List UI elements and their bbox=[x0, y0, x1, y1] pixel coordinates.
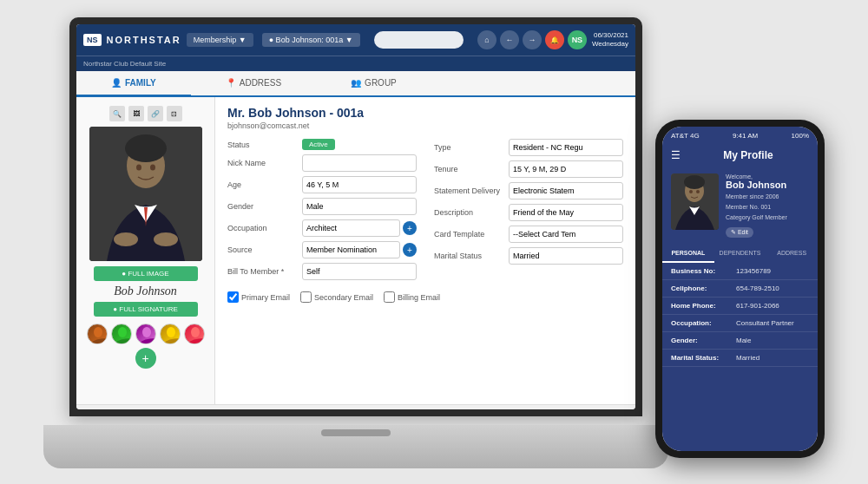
type-input[interactable] bbox=[509, 139, 623, 156]
scene: NS NORTHSTAR Membership ▼ ● Bob Johnson:… bbox=[0, 0, 868, 484]
statement-input[interactable] bbox=[509, 182, 623, 199]
phone-category: Category Golf Member bbox=[726, 213, 787, 222]
svg-point-10 bbox=[167, 327, 175, 337]
description-input[interactable] bbox=[509, 204, 623, 221]
svg-point-7 bbox=[94, 327, 102, 337]
form-left-col: Status Active Nick Name Age bbox=[227, 139, 417, 285]
add-source-button[interactable]: + bbox=[403, 243, 417, 257]
phone-field-cellphone: Cellphone: 654-789-2510 bbox=[662, 280, 818, 298]
card-template-label: Card Template bbox=[434, 230, 503, 239]
phone-tab-personal[interactable]: PERSONAL bbox=[662, 245, 714, 263]
phone-screen: AT&T 4G 9:41 AM 100% ☰ My Profile bbox=[662, 127, 818, 451]
tenure-input[interactable] bbox=[509, 160, 623, 178]
user-icon[interactable]: NS bbox=[568, 30, 587, 49]
footer-bar: Version 6.3 | Powered by: © Northstar Te… bbox=[76, 404, 635, 409]
avatar-2[interactable] bbox=[111, 324, 132, 344]
bill-to-label: Bill To Member * bbox=[227, 267, 297, 276]
primary-email-checkbox[interactable] bbox=[227, 291, 239, 303]
form-right-col: Type Tenure Statement Delivery bbox=[434, 139, 623, 285]
header-search[interactable] bbox=[374, 31, 464, 49]
avatar-3[interactable] bbox=[135, 324, 156, 344]
svg-point-5 bbox=[136, 165, 141, 171]
link-icon[interactable]: 🔗 bbox=[148, 106, 163, 121]
home-icon[interactable]: ⌂ bbox=[477, 30, 496, 49]
age-input[interactable] bbox=[302, 176, 417, 193]
member-email: bjohnson@comcast.net bbox=[227, 121, 623, 130]
avatar-4[interactable] bbox=[160, 324, 181, 344]
person-svg bbox=[89, 127, 202, 261]
tab-family[interactable]: 👤 FAMILY bbox=[76, 71, 191, 97]
phone-marital-label: Marital Status: bbox=[671, 354, 736, 362]
add-occupation-button[interactable]: + bbox=[403, 221, 417, 235]
svg-point-3 bbox=[114, 232, 138, 246]
phone-field-occupation: Occupation: Consultant Partner bbox=[662, 315, 818, 332]
avatar-row: + bbox=[85, 324, 206, 369]
camera-icon[interactable]: 🔍 bbox=[109, 106, 125, 121]
phone-cellphone-value: 654-789-2510 bbox=[736, 285, 809, 292]
main-form: Mr. Bob Johnson - 001a bjohnson@comcast.… bbox=[215, 97, 635, 404]
card-template-row: Card Template bbox=[434, 226, 623, 243]
address-icon: 📍 bbox=[226, 78, 236, 88]
phone-profile-info: Welcome, Bob Johnson Member since 2006 M… bbox=[726, 173, 787, 238]
full-signature-button[interactable]: ● FULL SIGNATURE bbox=[94, 302, 198, 317]
svg-point-16 bbox=[696, 190, 700, 193]
phone-menu-icon[interactable]: ☰ bbox=[671, 149, 681, 161]
left-panel: 🔍 🖼 🔗 ⊡ bbox=[76, 97, 215, 404]
app-name: NORTHSTAR bbox=[107, 35, 181, 45]
secondary-email-label: Secondary Email bbox=[314, 293, 373, 302]
phone-battery: 100% bbox=[792, 132, 809, 140]
marital-label: Marital Status bbox=[434, 252, 503, 260]
notifications-icon[interactable]: 🔔 bbox=[545, 30, 564, 49]
breadcrumb[interactable]: ● Bob Johnson: 001a ▼ bbox=[262, 33, 360, 47]
nickname-input[interactable] bbox=[302, 154, 417, 172]
gender-row: Gender Male Female bbox=[227, 198, 417, 215]
phone-field-business: Business No: 123456789 bbox=[662, 263, 818, 280]
add-member-button[interactable]: + bbox=[135, 348, 156, 369]
phone-homephone-label: Home Phone: bbox=[671, 302, 736, 310]
photo-placeholder bbox=[89, 127, 202, 261]
tab-group[interactable]: 👥 GROUP bbox=[316, 71, 431, 97]
phone-header-title: My Profile bbox=[687, 149, 809, 161]
occupation-select[interactable]: Architect bbox=[302, 219, 400, 237]
phone-tab-dependents[interactable]: DEPENDENTS bbox=[714, 245, 766, 263]
source-select[interactable]: Member Nomination bbox=[302, 241, 400, 258]
avatar-5[interactable] bbox=[184, 324, 205, 344]
phone-member-name: Bob Johnson bbox=[726, 180, 787, 191]
occupation-label: Occupation bbox=[227, 224, 297, 232]
svg-point-4 bbox=[154, 232, 178, 246]
photo-toolbar: 🔍 🖼 🔗 ⊡ bbox=[109, 106, 182, 121]
bill-to-input[interactable] bbox=[302, 263, 417, 280]
secondary-email-group: Secondary Email bbox=[300, 291, 373, 303]
billing-email-checkbox[interactable] bbox=[384, 291, 395, 303]
phone-tab-address[interactable]: ADDRESS bbox=[766, 245, 818, 263]
membership-nav[interactable]: Membership ▼ bbox=[187, 33, 253, 47]
full-image-button[interactable]: ● FULL IMAGE bbox=[94, 266, 198, 281]
forward-icon[interactable]: → bbox=[523, 30, 542, 49]
tab-address[interactable]: 📍 ADDRESS bbox=[191, 71, 316, 97]
header-date: 06/30/2021 Wednesday bbox=[592, 31, 628, 49]
svg-point-8 bbox=[118, 327, 127, 337]
card-template-input[interactable] bbox=[509, 226, 623, 243]
app-header: NS NORTHSTAR Membership ▼ ● Bob Johnson:… bbox=[76, 24, 635, 56]
phone-edit-button[interactable]: ✎ Edit bbox=[726, 227, 753, 238]
avatar-1[interactable] bbox=[87, 324, 108, 344]
phone-device: AT&T 4G 9:41 AM 100% ☰ My Profile bbox=[655, 120, 825, 458]
phone-member-since: Member since 2006 bbox=[726, 193, 787, 201]
laptop-screen-outer: NS NORTHSTAR Membership ▼ ● Bob Johnson:… bbox=[69, 17, 642, 416]
tabs-bar: 👤 FAMILY 📍 ADDRESS 👥 GROUP bbox=[76, 71, 635, 97]
phone-avatar bbox=[671, 173, 719, 230]
gender-select[interactable]: Male Female bbox=[302, 198, 417, 215]
phone-business-value: 123456789 bbox=[736, 267, 809, 275]
svg-point-14 bbox=[684, 175, 705, 189]
photo-upload-icon[interactable]: 🖼 bbox=[128, 106, 144, 121]
crop-icon[interactable]: ⊡ bbox=[167, 106, 182, 121]
occupation-field-group: Architect + bbox=[302, 219, 417, 237]
secondary-email-checkbox[interactable] bbox=[300, 291, 312, 303]
phone-carrier: AT&T 4G bbox=[671, 132, 700, 140]
marital-input[interactable] bbox=[509, 247, 623, 265]
phone-welcome-text: Welcome, bbox=[726, 173, 787, 180]
bill-to-row: Bill To Member * bbox=[227, 263, 417, 280]
back-icon[interactable]: ← bbox=[500, 30, 519, 49]
phone-occupation-value: Consultant Partner bbox=[736, 319, 809, 327]
source-label: Source bbox=[227, 245, 297, 254]
